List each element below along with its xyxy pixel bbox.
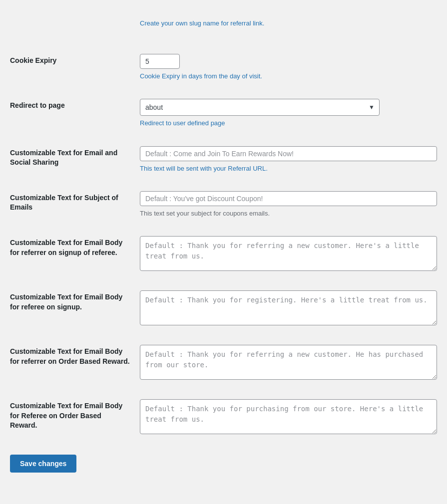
cookie-expiry-label: Cookie Expiry	[10, 54, 140, 66]
cookie-expiry-helper: Cookie Expiry in days from the day of vi…	[140, 72, 437, 81]
redirect-page-label: Redirect to page	[10, 99, 140, 111]
referrer-signup-text-textarea[interactable]	[140, 236, 437, 271]
referee-signup-text-label: Customizable Text for Email Body for ref…	[10, 290, 140, 312]
referee-signup-text-control	[140, 290, 437, 327]
referee-order-text-label: Customizable Text for Email Body for Ref…	[10, 399, 140, 431]
cookie-expiry-control: Cookie Expiry in days from the day of vi…	[140, 54, 437, 81]
redirect-page-select[interactable]: about home contact shop	[140, 99, 380, 116]
referee-order-text-textarea[interactable]	[140, 399, 437, 434]
redirect-page-select-wrapper: about home contact shop ▼	[140, 99, 380, 116]
referral-link[interactable]: link	[253, 19, 263, 27]
top-helper-label-empty	[10, 19, 140, 21]
email-social-text-row: Customizable Text for Email and Social S…	[10, 137, 437, 182]
referrer-order-text-textarea[interactable]	[140, 345, 437, 380]
subject-email-text-label: Customizable Text for Subject of Emails	[10, 191, 140, 213]
save-changes-row: Save changes	[10, 445, 437, 473]
subject-email-text-control: This text set your subject for coupons e…	[140, 191, 437, 218]
subject-email-text-row: Customizable Text for Subject of Emails …	[10, 182, 437, 227]
top-helper-row: Create your own slug name for referral l…	[10, 10, 437, 45]
page-wrapper: Create your own slug name for referral l…	[0, 0, 447, 504]
referrer-order-text-label: Customizable Text for Email Body for ref…	[10, 345, 140, 366]
subject-email-text-helper: This text set your subject for coupons e…	[140, 209, 437, 218]
redirect-page-control: about home contact shop ▼ Redirect to us…	[140, 99, 437, 128]
redirect-page-helper: Redirect to user defined page	[140, 119, 437, 128]
email-social-text-label: Customizable Text for Email and Social S…	[10, 146, 140, 168]
referrer-order-text-row: Customizable Text for Email Body for ref…	[10, 336, 437, 390]
referrer-order-text-control	[140, 345, 437, 381]
referee-order-text-control	[140, 399, 437, 436]
cookie-expiry-row: Cookie Expiry Cookie Expiry in days from…	[10, 45, 437, 90]
referrer-signup-text-control	[140, 236, 437, 272]
referee-signup-text-row: Customizable Text for Email Body for ref…	[10, 281, 437, 336]
referrer-signup-text-row: Customizable Text for Email Body for ref…	[10, 227, 437, 281]
email-social-text-input[interactable]	[140, 146, 437, 161]
subject-email-text-input[interactable]	[140, 191, 437, 206]
email-social-text-helper: This text will be sent with your Referra…	[140, 164, 437, 173]
top-helper-control: Create your own slug name for referral l…	[140, 19, 437, 36]
email-social-text-control: This text will be sent with your Referra…	[140, 146, 437, 173]
referrer-signup-text-label: Customizable Text for Email Body for ref…	[10, 236, 140, 257]
top-helper-text: Create your own slug name for referral l…	[140, 19, 437, 28]
referee-order-text-row: Customizable Text for Email Body for Ref…	[10, 390, 437, 445]
referee-signup-text-textarea[interactable]	[140, 290, 437, 325]
save-changes-button[interactable]: Save changes	[10, 455, 76, 473]
redirect-page-row: Redirect to page about home contact shop…	[10, 90, 437, 137]
cookie-expiry-input[interactable]	[140, 54, 180, 69]
